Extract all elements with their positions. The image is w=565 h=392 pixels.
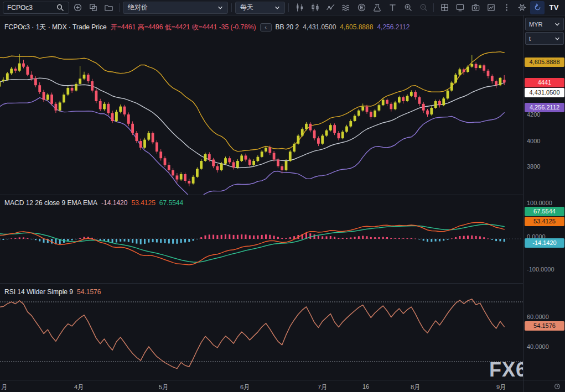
more-options-button[interactable] <box>499 1 514 14</box>
pane-separator[interactable] <box>0 283 565 284</box>
flask-icon <box>372 3 382 12</box>
rsi-axis-label: 60.0000 <box>527 313 549 320</box>
macd-axis-label: 100.0000 <box>527 200 552 206</box>
waves-icon <box>341 3 351 12</box>
rsi-axis-label: 40.0000 <box>527 343 549 350</box>
legend-collapse-button[interactable]: ‹ <box>260 23 272 32</box>
chevron-down-icon <box>554 22 560 27</box>
rsi-pane[interactable] <box>0 284 523 380</box>
bb-upper-price-badge: 4,605.8888 <box>525 58 564 67</box>
select-layout-button[interactable] <box>437 1 452 14</box>
zoom-out-icon <box>419 3 428 12</box>
compare-button[interactable] <box>86 1 100 14</box>
time-label: 16 <box>362 383 369 390</box>
toolbar-separator <box>231 3 232 12</box>
symbol-search-box[interactable]: FCPOc3 <box>3 2 69 14</box>
macd-signal-badge: 67.5544 <box>525 207 564 216</box>
macd-line-badge: 53.4125 <box>525 217 564 226</box>
price-mode-label: 绝对价 <box>128 3 148 12</box>
symbol-description[interactable]: FCPOc3 · 1天 · MDX · Trade Price <box>4 23 107 32</box>
unit-dropdown[interactable]: t <box>525 32 564 45</box>
currency-dropdown[interactable]: MYR <box>525 18 564 30</box>
open-chart-button[interactable] <box>101 1 116 14</box>
kebab-menu-icon <box>502 3 511 12</box>
time-label: 8月 <box>411 383 420 391</box>
macd-hist-value: -14.1420 <box>101 199 127 207</box>
unit-label: t <box>529 35 531 42</box>
hollow-candles-icon <box>310 3 320 12</box>
top-toolbar: FCPOc3 绝对价 每天 <box>0 0 565 15</box>
economic-events-button[interactable] <box>354 1 369 14</box>
macd-pane[interactable] <box>0 195 523 283</box>
screenshot-button[interactable] <box>468 1 483 14</box>
last-price-badge: 4441 <box>525 78 564 87</box>
toolbar-separator <box>119 3 120 12</box>
indicators-button[interactable] <box>323 1 338 14</box>
zoom-in-icon <box>403 3 413 12</box>
time-axis[interactable]: 月 4月 5月 6月 7月 16 8月 9月 <box>0 380 523 392</box>
monitor-icon <box>455 3 465 12</box>
folder-icon <box>104 3 113 12</box>
interval-label: 每天 <box>240 3 253 12</box>
plus-circle-icon <box>73 3 82 12</box>
rsi-value-badge: 54.1576 <box>525 321 564 331</box>
price-scale[interactable]: MYR t 4,605.8888 4441 4,431.0500 4,256.2… <box>523 15 565 392</box>
macd-legend: MACD 12 26 close 9 EMA EMA -14.1420 53.4… <box>4 199 183 207</box>
zoom-out-button[interactable] <box>416 1 431 14</box>
trading-chart-app: FCPOc3 绝对价 每天 <box>0 0 565 392</box>
candles-icon <box>295 3 304 12</box>
macd-hist-badge: -14.1420 <box>525 238 564 248</box>
circled-e-icon <box>357 3 366 12</box>
chart-style-hollow-button[interactable] <box>308 1 322 14</box>
add-symbol-button[interactable] <box>70 1 85 14</box>
indicators-icon <box>326 3 335 12</box>
bb-indicator-title[interactable]: BB 20 2 <box>276 23 299 32</box>
camera-icon <box>471 3 480 12</box>
indicator-templates-button[interactable] <box>339 1 353 14</box>
macd-signal-value: 67.5544 <box>159 199 183 207</box>
chart-up-icon <box>486 3 496 12</box>
chevron-down-icon <box>554 36 560 41</box>
price-axis-label: 4000 <box>527 138 540 144</box>
main-price-pane[interactable] <box>0 15 523 195</box>
bb-basis-price-badge: 4,431.0500 <box>525 88 564 97</box>
price-mode-dropdown[interactable]: 绝对价 <box>123 2 228 14</box>
symbol-name: FCPOc3 <box>7 4 33 12</box>
main-legend: FCPOc3 · 1天 · MDX · Trade Price 开=4461 高… <box>4 23 410 32</box>
text-tool-button[interactable] <box>385 1 400 14</box>
layout-grid-icon <box>440 3 449 12</box>
macd-indicator-title[interactable]: MACD 12 26 close 9 EMA EMA <box>4 199 97 207</box>
gear-icon <box>517 3 527 12</box>
rsi-value: 54.1576 <box>77 288 101 296</box>
toolbar-separator <box>288 3 289 12</box>
time-label: 6月 <box>240 383 250 391</box>
settings-button[interactable] <box>515 1 529 14</box>
time-axis-corner[interactable] <box>523 380 565 392</box>
search-icon <box>55 3 65 12</box>
strategy-tester-button[interactable] <box>370 1 384 14</box>
interval-dropdown[interactable]: 每天 <box>235 2 285 14</box>
time-label: 5月 <box>159 383 168 391</box>
text-tool-icon <box>388 3 397 12</box>
compare-icon <box>89 3 98 12</box>
time-label: 7月 <box>318 383 327 391</box>
replay-button[interactable] <box>530 1 545 14</box>
chevron-down-icon <box>274 5 280 11</box>
macd-axis-label: -100.0000 <box>527 266 554 273</box>
manage-layouts-button[interactable] <box>453 1 467 14</box>
time-label: 月 <box>1 383 7 391</box>
ohlc-values: 开=4461 高=4496 低=4421 收=4441 -35 (-0.78%) <box>111 23 256 32</box>
rsi-indicator-title[interactable]: RSI 14 Wilder Simple 9 <box>4 288 73 296</box>
zoom-in-button[interactable] <box>401 1 415 14</box>
clock-icon <box>553 383 561 390</box>
bb-lower-value: 4,256.2112 <box>377 23 410 32</box>
undo-arrow-icon <box>533 3 542 12</box>
tradingview-logo[interactable]: TV <box>546 3 562 12</box>
pane-separator[interactable] <box>0 195 565 195</box>
price-axis-label: 3800 <box>527 163 540 170</box>
time-label: 9月 <box>496 383 506 391</box>
chart-style-candles-button[interactable] <box>292 1 307 14</box>
chevron-down-icon <box>217 5 223 11</box>
rsi-legend: RSI 14 Wilder Simple 9 54.1576 <box>4 288 101 296</box>
publish-chart-button[interactable] <box>484 1 498 14</box>
